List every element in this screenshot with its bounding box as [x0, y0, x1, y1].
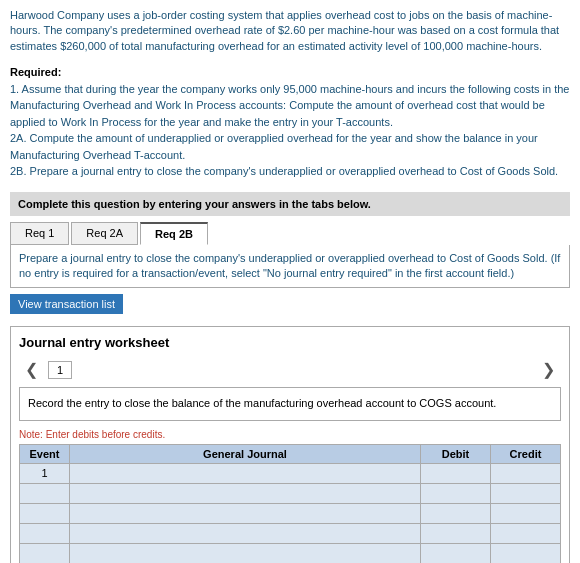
- record-instructions: Record the entry to close the balance of…: [19, 387, 561, 420]
- gj-input-1[interactable]: [70, 463, 421, 483]
- debit-input-3[interactable]: [421, 503, 491, 523]
- table-row: 1: [20, 463, 561, 483]
- tab-content: Prepare a journal entry to close the com…: [10, 245, 570, 289]
- table-row: [20, 483, 561, 503]
- event-cell-2: [20, 483, 70, 503]
- credit-input-1[interactable]: [491, 463, 561, 483]
- event-cell-1: 1: [20, 463, 70, 483]
- col-event: Event: [20, 444, 70, 463]
- credit-input-4[interactable]: [491, 523, 561, 543]
- event-cell-3: [20, 503, 70, 523]
- required-label: Required:: [10, 66, 61, 78]
- debit-input-1[interactable]: [421, 463, 491, 483]
- next-arrow[interactable]: ❯: [536, 358, 561, 381]
- credit-input-5[interactable]: [491, 543, 561, 563]
- debit-input-4[interactable]: [421, 523, 491, 543]
- required-item-1: 1. Assume that during the year the compa…: [10, 83, 569, 128]
- col-general-journal: General Journal: [70, 444, 421, 463]
- prev-arrow[interactable]: ❮: [19, 358, 44, 381]
- required-item-2a: 2A. Compute the amount of underapplied o…: [10, 132, 538, 161]
- journal-worksheet: Journal entry worksheet ❮ 1 ❯ Record the…: [10, 326, 570, 563]
- col-debit: Debit: [421, 444, 491, 463]
- required-item-2b: 2B. Prepare a journal entry to close the…: [10, 165, 558, 177]
- table-row: [20, 503, 561, 523]
- tab-req2b[interactable]: Req 2B: [140, 222, 208, 245]
- complete-box: Complete this question by entering your …: [10, 192, 570, 216]
- worksheet-title: Journal entry worksheet: [19, 335, 561, 350]
- event-cell-5: [20, 543, 70, 563]
- col-credit: Credit: [491, 444, 561, 463]
- gj-input-5[interactable]: [70, 543, 421, 563]
- credit-input-3[interactable]: [491, 503, 561, 523]
- debit-input-5[interactable]: [421, 543, 491, 563]
- journal-table: Event General Journal Debit Credit 1: [19, 444, 561, 563]
- event-cell-4: [20, 523, 70, 543]
- page-number: 1: [48, 361, 72, 379]
- tab-req1[interactable]: Req 1: [10, 222, 69, 245]
- tab-req2a[interactable]: Req 2A: [71, 222, 138, 245]
- gj-input-2[interactable]: [70, 483, 421, 503]
- view-transaction-list-button[interactable]: View transaction list: [10, 294, 123, 314]
- gj-input-4[interactable]: [70, 523, 421, 543]
- gj-input-3[interactable]: [70, 503, 421, 523]
- debit-input-2[interactable]: [421, 483, 491, 503]
- table-row: [20, 543, 561, 563]
- table-row: [20, 523, 561, 543]
- intro-text: Harwood Company uses a job-order costing…: [0, 0, 580, 60]
- credit-input-2[interactable]: [491, 483, 561, 503]
- note-text: Note: Enter debits before credits.: [19, 429, 561, 440]
